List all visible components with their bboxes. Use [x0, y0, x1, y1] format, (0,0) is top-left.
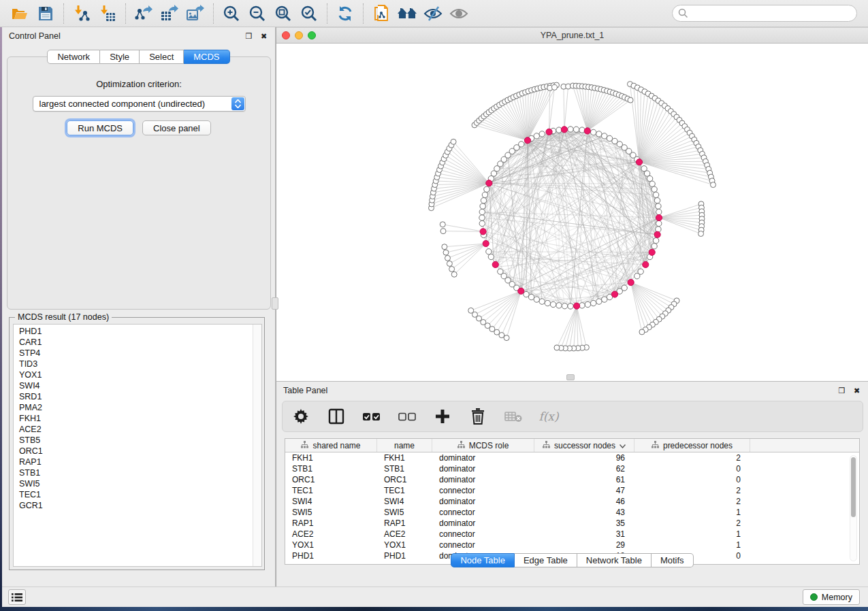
- network-node[interactable]: [656, 220, 662, 226]
- network-node[interactable]: [486, 249, 492, 254]
- cell-predecessor-nodes[interactable]: 1: [634, 529, 750, 540]
- network-canvas[interactable]: [276, 44, 867, 380]
- mcds-node[interactable]: [573, 303, 579, 309]
- mcds-result-item[interactable]: PHD1: [14, 326, 261, 337]
- cell-mcds-role[interactable]: connector: [432, 540, 534, 550]
- column-header-shared-name[interactable]: shared name: [285, 439, 377, 452]
- cell-mcds-role[interactable]: connector: [432, 507, 534, 518]
- network-node[interactable]: [482, 192, 487, 197]
- mcds-result-item[interactable]: FKH1: [14, 413, 261, 424]
- mcds-node[interactable]: [561, 127, 567, 133]
- network-node[interactable]: [628, 97, 633, 103]
- cell-shared-name[interactable]: YOX1: [285, 540, 377, 550]
- table-row[interactable]: TEC1TEC1connector472: [285, 485, 859, 496]
- network-node[interactable]: [442, 244, 447, 250]
- table-scrollbar[interactable]: [850, 455, 857, 561]
- mcds-result-item[interactable]: CAR1: [14, 337, 261, 348]
- network-node[interactable]: [698, 231, 704, 237]
- network-node[interactable]: [440, 222, 445, 227]
- cell-shared-name[interactable]: RAP1: [285, 518, 377, 529]
- houses-icon[interactable]: [394, 2, 420, 25]
- duplicate-network-icon[interactable]: [368, 2, 394, 25]
- network-node[interactable]: [602, 133, 607, 139]
- cell-mcds-role[interactable]: connector: [432, 529, 534, 540]
- mcds-result-item[interactable]: GCR1: [14, 500, 261, 511]
- network-node[interactable]: [449, 266, 455, 271]
- cell-name[interactable]: SWI4: [377, 496, 432, 507]
- cell-name[interactable]: RAP1: [377, 518, 432, 529]
- network-node[interactable]: [468, 308, 474, 313]
- mcds-node[interactable]: [636, 159, 642, 165]
- open-file-icon[interactable]: [7, 2, 33, 25]
- close-panel-icon[interactable]: ✖: [259, 32, 268, 41]
- cell-name[interactable]: YOX1: [377, 540, 432, 550]
- network-node[interactable]: [479, 215, 485, 220]
- table-row[interactable]: ORC1ORC1dominator610: [285, 474, 859, 485]
- cell-name[interactable]: STB1: [377, 463, 432, 474]
- network-node[interactable]: [652, 244, 657, 249]
- mcds-node[interactable]: [483, 240, 489, 246]
- split-columns-icon[interactable]: [327, 408, 345, 425]
- column-header-name[interactable]: name: [377, 439, 432, 452]
- network-node[interactable]: [499, 333, 504, 338]
- network-node[interactable]: [504, 335, 509, 341]
- mcds-node[interactable]: [546, 129, 552, 135]
- cell-mcds-role[interactable]: dominator: [432, 496, 534, 507]
- network-node[interactable]: [653, 237, 658, 243]
- network-node[interactable]: [524, 291, 529, 297]
- network-node[interactable]: [481, 197, 486, 203]
- network-node[interactable]: [443, 250, 449, 255]
- mcds-result-list[interactable]: PHD1CAR1STP4TID3YOX1SWI4SRD1PMA2FKH1ACE2…: [13, 324, 262, 567]
- column-header-predecessor-nodes[interactable]: predecessor nodes: [634, 439, 750, 452]
- network-node[interactable]: [596, 131, 602, 137]
- zoom-out-icon[interactable]: [244, 2, 270, 25]
- cell-shared-name[interactable]: STB1: [285, 463, 377, 474]
- search-field[interactable]: [692, 9, 851, 18]
- network-node[interactable]: [498, 269, 503, 274]
- network-node[interactable]: [545, 300, 550, 306]
- tab-edge-table[interactable]: Edge Table: [515, 553, 577, 567]
- mcds-result-item[interactable]: STP4: [14, 348, 261, 359]
- network-node[interactable]: [551, 84, 557, 90]
- cell-successor-nodes[interactable]: 62: [534, 463, 634, 474]
- close-panel-button[interactable]: Close panel: [142, 120, 211, 135]
- network-node[interactable]: [554, 345, 560, 350]
- zoom-in-icon[interactable]: [219, 2, 244, 25]
- table-row[interactable]: SWI5SWI5connector431: [285, 507, 859, 518]
- close-table-panel-icon[interactable]: ✖: [852, 386, 861, 395]
- network-node[interactable]: [484, 186, 489, 192]
- save-session-icon[interactable]: [33, 2, 59, 25]
- network-node[interactable]: [451, 271, 457, 277]
- cell-shared-name[interactable]: ORC1: [285, 474, 377, 485]
- cell-mcds-role[interactable]: connector: [432, 485, 534, 496]
- search-input[interactable]: [672, 5, 857, 22]
- hide-selected-eye-icon[interactable]: [420, 2, 446, 25]
- cell-successor-nodes[interactable]: 47: [534, 485, 634, 496]
- vertical-splitter-handle[interactable]: [272, 297, 278, 310]
- network-node[interactable]: [539, 131, 545, 137]
- add-column-icon[interactable]: [434, 408, 451, 425]
- mcds-node[interactable]: [654, 231, 660, 237]
- table-row[interactable]: FKH1FKH1dominator962: [285, 452, 859, 463]
- table-scrollbar-thumb[interactable]: [851, 457, 856, 517]
- network-node[interactable]: [568, 127, 573, 132]
- network-node[interactable]: [573, 127, 579, 132]
- cell-successor-nodes[interactable]: 35: [534, 518, 634, 529]
- mcds-node[interactable]: [492, 261, 498, 267]
- delete-table-icon[interactable]: [504, 408, 522, 425]
- cell-successor-nodes[interactable]: 46: [534, 496, 634, 507]
- column-header-mcds-role[interactable]: MCDS role: [432, 439, 534, 452]
- cell-mcds-role[interactable]: dominator: [432, 452, 534, 463]
- network-node[interactable]: [710, 182, 716, 188]
- cell-name[interactable]: ACE2: [377, 529, 432, 540]
- network-node[interactable]: [634, 274, 640, 279]
- criterion-dropdown[interactable]: largest connected component (undirected): [33, 96, 246, 112]
- cell-predecessor-nodes[interactable]: 1: [634, 540, 750, 550]
- mcds-node[interactable]: [628, 279, 634, 285]
- cell-predecessor-nodes[interactable]: 0: [634, 474, 750, 485]
- network-node[interactable]: [534, 133, 539, 139]
- cell-predecessor-nodes[interactable]: 2: [634, 452, 750, 463]
- mcds-node[interactable]: [480, 229, 486, 235]
- export-image-icon[interactable]: [182, 2, 208, 25]
- network-node[interactable]: [656, 209, 662, 214]
